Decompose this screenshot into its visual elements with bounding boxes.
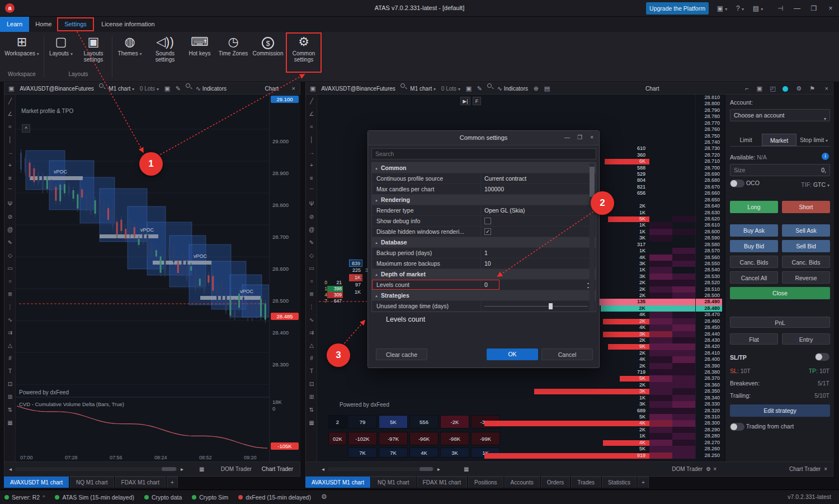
tab-orders[interactable]: Orders <box>541 477 571 488</box>
tab-positions[interactable]: Positions <box>468 477 503 488</box>
fib-levels-icon[interactable]: ≡ <box>306 172 317 185</box>
box-dot-icon[interactable]: ⊡ <box>4 378 16 390</box>
collapse-button[interactable]: ^ <box>22 124 30 133</box>
indicators-button[interactable]: ∿ Indicators <box>196 83 227 95</box>
indicators-button[interactable]: ∿ Indicators <box>497 83 528 95</box>
dom-ladder-row[interactable]: 68928.320 <box>484 408 722 414</box>
titlebar[interactable]: a ATAS v7.0.2.331-latest - [default] Upg… <box>0 0 839 17</box>
settings-section-row[interactable]: ▴Depth of market <box>372 269 596 280</box>
dom-ladder-row[interactable]: 5K28.260 <box>484 446 722 452</box>
fib-levels-icon[interactable]: ≡ <box>4 172 16 185</box>
layouts-button[interactable]: ▢ Layouts ▾ <box>47 34 75 70</box>
pitchfork-icon[interactable]: Ψ <box>4 197 16 210</box>
ban-icon[interactable]: ⊘ <box>306 210 317 223</box>
trading-from-chart-toggle[interactable]: Trading from chart <box>730 423 794 431</box>
diamond-icon[interactable]: ◇ <box>306 249 317 262</box>
horizontal-scrollbar[interactable] <box>328 467 434 471</box>
tab-stop-limit[interactable]: Stop limit ▾ <box>796 134 831 146</box>
settings-row[interactable]: Unused storage time (days) <box>372 301 596 312</box>
chart-trader-link[interactable]: Chart Trader <box>262 466 293 472</box>
settings-row[interactable]: Maximum store backups10 <box>372 258 596 269</box>
section-arrow-icon[interactable]: ▴ <box>372 269 381 279</box>
chart-trader-panel-title[interactable]: Chart Trader <box>789 466 821 472</box>
restore-icon[interactable]: ⌐ <box>746 83 749 95</box>
left-chart-canvas[interactable]: Market profile & TPO ^ Powered by dxFeed… <box>16 95 269 459</box>
timeframe-selector[interactable]: M1 chart ▾ <box>109 83 134 95</box>
symbol-label[interactable]: AVAXUSDT@BinanceFutures <box>321 83 395 95</box>
settings-section-row[interactable]: ▴Common <box>372 163 596 173</box>
buy-ask-button[interactable]: Buy Ask <box>730 224 778 237</box>
levels-icon[interactable]: ≣ <box>4 288 16 300</box>
vertical-line-icon[interactable]: │ <box>4 133 16 146</box>
slider[interactable] <box>484 306 588 307</box>
add-tab-button[interactable]: + <box>167 477 178 488</box>
dom-trader-link[interactable]: DOM Trader <box>672 466 703 472</box>
left-chart-window-header[interactable]: ▣ AVAXUSDT@BinanceFutures M1 chart ▾ 0 L… <box>4 83 300 95</box>
dock-icon[interactable]: ⊣ <box>775 3 785 13</box>
add-tab-button[interactable]: + <box>638 477 649 488</box>
crosshair-icon[interactable]: ⊕ <box>534 83 539 95</box>
dom-trader-link[interactable]: DOM Trader <box>221 466 252 472</box>
tab-avaxusdt-m1-chart[interactable]: AVAXUSDT M1 chart <box>305 477 370 488</box>
dom-ladder-row[interactable]: 71928.380 <box>484 369 722 375</box>
pitchfork-icon[interactable]: Ψ <box>306 197 317 210</box>
scroll-left-icon[interactable]: ◂ <box>322 466 324 472</box>
tab-nq-m1-chart[interactable]: NQ M1 chart <box>371 477 416 488</box>
pin-icon[interactable]: ⚑ <box>809 83 815 95</box>
menu-settings[interactable]: Settings <box>58 17 93 32</box>
status-item[interactable]: Crypto Sim <box>192 494 228 501</box>
ok-button[interactable]: OK <box>487 348 538 360</box>
themes-button[interactable]: ◍ Themes ▾ <box>115 34 144 70</box>
pencil-icon[interactable]: ✎ <box>4 236 16 249</box>
sell-ask-button[interactable]: Sell Ask <box>782 224 830 237</box>
zoom-icon[interactable] <box>186 83 190 88</box>
settings-row[interactable]: Backup period (days)1 <box>372 248 596 258</box>
tab-fdax-m1-chart[interactable]: FDAX M1 chart <box>115 477 166 488</box>
diamond-icon[interactable]: ◇ <box>4 249 16 262</box>
settings-row[interactable]: Show debug info <box>372 216 596 227</box>
scrollbar-thumb[interactable] <box>590 167 595 197</box>
wave-icon[interactable]: ≈ <box>306 120 317 133</box>
lots-selector[interactable]: 0 Lots ▾ <box>140 83 159 95</box>
dom-ladder-row[interactable]: 1K28.340 <box>484 395 722 401</box>
minimize-icon[interactable]: — <box>792 3 802 13</box>
info-icon[interactable]: i <box>822 153 829 160</box>
mention-icon[interactable]: @ <box>4 223 16 236</box>
menu-home[interactable]: Home <box>31 17 56 32</box>
menu-learn[interactable]: Learn <box>0 17 29 32</box>
mention-icon[interactable]: @ <box>306 223 317 236</box>
cancel-bids-button[interactable]: Canc. Bids <box>730 256 778 268</box>
angle-icon[interactable]: ∠ <box>306 107 317 120</box>
menu-license-information[interactable]: License information <box>97 17 159 32</box>
buy-bid-button[interactable]: Buy Bid <box>730 240 778 252</box>
settings-section-row[interactable]: ▴Database <box>372 237 596 248</box>
text-icon[interactable]: T <box>4 365 16 378</box>
pencil-icon[interactable]: ✎ <box>477 83 482 95</box>
tif-selector[interactable]: TIF: GTC ▾ <box>801 181 829 188</box>
settings-row[interactable]: Continuous profile sourceCurrent contrac… <box>372 173 596 184</box>
angle-icon[interactable]: ∠ <box>4 107 16 120</box>
tab-limit[interactable]: Limit <box>730 134 762 146</box>
commission-button[interactable]: $ Commission <box>252 34 284 70</box>
search-icon[interactable] <box>400 83 405 88</box>
scrollbar-thumb[interactable] <box>162 467 176 471</box>
checkbox[interactable] <box>484 218 491 224</box>
dom-ladder-row[interactable]: 3K28.350 <box>484 388 722 394</box>
close-button[interactable]: Close <box>730 287 830 299</box>
arc-icon[interactable]: ⌒ <box>4 185 16 197</box>
hot-keys-button[interactable]: ⌨ Hot keys <box>186 34 214 70</box>
sounds-settings-button[interactable]: ◁)) Sounds settings <box>148 34 182 70</box>
table-icon[interactable]: ▦ <box>4 416 16 429</box>
right-chart-window-header[interactable]: ▣ AVAXUSDT@BinanceFutures M1 chart ▾ 0 L… <box>306 83 833 95</box>
dom-ladder-row[interactable]: 4K28.300 <box>484 420 722 426</box>
cross-icon[interactable]: + <box>306 159 317 172</box>
horizontal-scrollbar[interactable] <box>15 467 177 471</box>
tab-market[interactable]: Market <box>762 134 796 146</box>
workspaces-button[interactable]: ⊞ Workspaces ▾ <box>4 34 39 70</box>
dom-ladder-row[interactable]: 1K28.280 <box>484 433 722 439</box>
layouts-settings-button[interactable]: ▣ Layouts settings <box>77 34 110 70</box>
rectangle-icon[interactable]: ▭ <box>4 262 16 275</box>
go-to-end-button[interactable]: ▶| <box>460 97 470 105</box>
tab-trades[interactable]: Trades <box>571 477 601 488</box>
settings-scrollbar[interactable] <box>590 163 595 311</box>
